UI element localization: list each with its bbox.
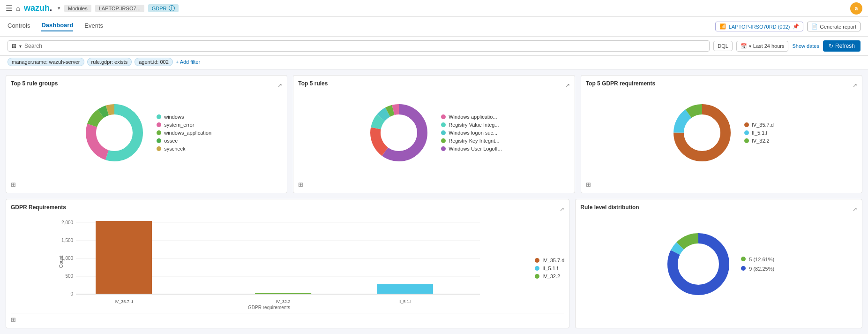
legend-dot-gdpr-req-0 xyxy=(535,258,539,263)
legend-dot-gdpr-0 xyxy=(744,122,749,127)
gdpr-requirements-legend: IV_35.7.d II_5.1.f IV_32.2 xyxy=(535,217,564,310)
pin-icon: 📌 xyxy=(793,23,799,30)
rule-level-chart: 5 (12.61%) 9 (82.25%) xyxy=(580,217,857,311)
sub-nav: Controls Dashboard Events 📶 LAPTOP-IRSO7… xyxy=(0,17,868,37)
legend-dot-rule-2 xyxy=(441,130,446,135)
rule-level-distribution-card: Rule level distribution ↗ xyxy=(575,199,862,328)
legend-dot-gdpr-1 xyxy=(744,130,749,135)
legend-rule-4: Windows User Logoff... xyxy=(441,146,502,152)
svg-text:500: 500 xyxy=(65,273,73,279)
svg-text:Count: Count xyxy=(59,255,64,268)
legend-dot-rule-1 xyxy=(441,122,446,127)
gdpr-bar-chart-svg: 2,000 1,500 1,000 500 0 Count xyxy=(11,217,527,306)
top5-gdpr-chart: IV_35.7.d II_5.1.f IV_32.2 xyxy=(586,91,857,175)
filter-icon: ⊞ xyxy=(12,43,16,49)
home-icon[interactable]: ⌂ xyxy=(16,4,20,12)
info-icon: i xyxy=(169,5,175,11)
breadcrumb-modules[interactable]: Modules xyxy=(64,5,91,12)
legend-windows: windows xyxy=(157,114,211,120)
top5-rules-donut xyxy=(366,100,432,166)
generate-report-button[interactable]: 📄 Generate report xyxy=(807,22,861,31)
add-filter-button[interactable]: + Add filter xyxy=(176,59,200,65)
expand-top5-rule-groups[interactable]: ↗ xyxy=(277,82,282,89)
filter-tag-agent[interactable]: agent.id: 002 xyxy=(135,58,173,66)
legend-rule-0: Windows applicatio... xyxy=(441,114,502,120)
svg-text:0: 0 xyxy=(71,291,74,296)
top5-gdpr-donut xyxy=(669,100,735,166)
top5-rules-card: Top 5 rules ↗ xyxy=(293,75,575,193)
rule-level-label-5: 5 (12.61%) xyxy=(741,257,774,262)
filter-tag-manager[interactable]: manager.name: wazuh-server xyxy=(7,58,84,66)
main-content: Top 5 rule groups ↗ xyxy=(0,69,868,334)
expand-top5-gdpr[interactable]: ↗ xyxy=(853,82,857,89)
legend-gdpr-0: IV_35.7.d xyxy=(744,122,774,128)
calendar-chevron: ▾ xyxy=(749,44,751,49)
svg-text:II_5.1.f: II_5.1.f xyxy=(398,299,412,304)
refresh-icon: ↻ xyxy=(829,43,833,49)
legend-dot-syscheck xyxy=(157,146,161,151)
top5-rule-groups-title: Top 5 rule groups xyxy=(11,80,58,87)
nav-dashboard[interactable]: Dashboard xyxy=(41,22,73,31)
table-icon-gdpr-req[interactable]: ⊞ xyxy=(11,316,16,323)
filter-tag-gdpr[interactable]: rule.gdpr: exists xyxy=(87,58,132,66)
chevron-down-icon: ▾ xyxy=(19,44,22,49)
dql-button[interactable]: DQL xyxy=(713,41,733,51)
breadcrumb-laptop[interactable]: LAPTOP-IRSO7... xyxy=(95,5,144,12)
user-avatar[interactable]: a xyxy=(850,2,862,15)
legend-dot-level-5 xyxy=(741,257,746,261)
refresh-button[interactable]: ↻ Refresh xyxy=(823,40,861,52)
date-filter[interactable]: 📅 ▾ Last 24 hours xyxy=(736,41,789,52)
top5-gdpr-legend: IV_35.7.d II_5.1.f IV_32.2 xyxy=(744,122,774,144)
breadcrumb-gdpr[interactable]: GDPR i xyxy=(148,4,179,12)
legend-gdpr-req-1: II_5.1.f xyxy=(535,266,564,271)
legend-gdpr-req-0: IV_35.7.d xyxy=(535,258,564,263)
agent-badge[interactable]: 📶 LAPTOP-IRSO70RD (002) 📌 xyxy=(715,22,804,31)
top-row: Top 5 rule groups ↗ xyxy=(6,75,862,193)
bottom-row: GDPR Requirements ↗ 2,000 1,500 1,000 50… xyxy=(6,199,862,328)
top5-rules-title: Top 5 rules xyxy=(298,80,328,87)
legend-windows-application: windows_application xyxy=(157,130,211,136)
rule-level-title: Rule level distribution xyxy=(580,204,639,211)
gdpr-requirements-title: GDPR Requirements xyxy=(11,204,66,211)
legend-rule-1: Registry Value Integ... xyxy=(441,122,502,128)
legend-dot-gdpr-req-1 xyxy=(535,266,539,271)
nav-controls[interactable]: Controls xyxy=(7,22,30,31)
legend-gdpr-req-2: IV_32.2 xyxy=(535,273,564,279)
legend-dot-gdpr-2 xyxy=(744,138,749,143)
table-icon-rules[interactable]: ⊞ xyxy=(298,181,303,188)
top-bar-right: a xyxy=(850,2,862,15)
rule-level-legend-wrap: 5 (12.61%) 9 (82.25%) xyxy=(741,257,774,272)
legend-dot-ossec xyxy=(157,138,161,143)
svg-text:1,500: 1,500 xyxy=(61,238,73,243)
nav-chevron[interactable]: ▾ xyxy=(58,5,60,11)
legend-dot-gdpr-req-2 xyxy=(535,274,539,279)
search-input[interactable] xyxy=(24,43,705,49)
hamburger-menu[interactable]: ☰ xyxy=(6,4,12,13)
top5-rule-groups-donut xyxy=(82,100,147,166)
top5-rules-legend: Windows applicatio... Registry Value Int… xyxy=(441,114,502,152)
search-input-wrap[interactable]: ⊞ ▾ xyxy=(7,40,710,52)
sub-nav-right: 📶 LAPTOP-IRSO70RD (002) 📌 📄 Generate rep… xyxy=(715,22,861,31)
calendar-icon: 📅 xyxy=(741,43,747,49)
rule-level-label-9: 9 (82.25%) xyxy=(741,266,774,272)
wazuh-logo: wazuh. xyxy=(24,3,52,13)
top5-gdpr-title: Top 5 GDPR requirements xyxy=(586,80,655,87)
bar-iv357d xyxy=(96,221,152,294)
table-icon-gdpr[interactable]: ⊞ xyxy=(586,181,591,188)
expand-top5-rules[interactable]: ↗ xyxy=(565,82,570,89)
nav-events[interactable]: Events xyxy=(84,22,103,31)
show-dates-button[interactable]: Show dates xyxy=(792,43,819,49)
table-icon-rule-groups[interactable]: ⊞ xyxy=(11,181,16,188)
legend-dot-level-9 xyxy=(741,266,746,271)
legend-dot-windows-application xyxy=(157,130,161,135)
legend-ossec: ossec xyxy=(157,138,211,144)
wifi-icon: 📶 xyxy=(719,23,726,30)
rule-level-donut xyxy=(663,229,733,299)
svg-text:IV_32.2: IV_32.2 xyxy=(276,299,291,304)
legend-gdpr-2: IV_32.2 xyxy=(744,138,774,144)
expand-rule-level[interactable]: ↗ xyxy=(853,206,857,213)
expand-gdpr-requirements[interactable]: ↗ xyxy=(560,206,564,213)
legend-gdpr-1: II_5.1.f xyxy=(744,130,774,136)
legend-dot-rule-0 xyxy=(441,114,446,119)
legend-system-error: system_error xyxy=(157,122,211,128)
